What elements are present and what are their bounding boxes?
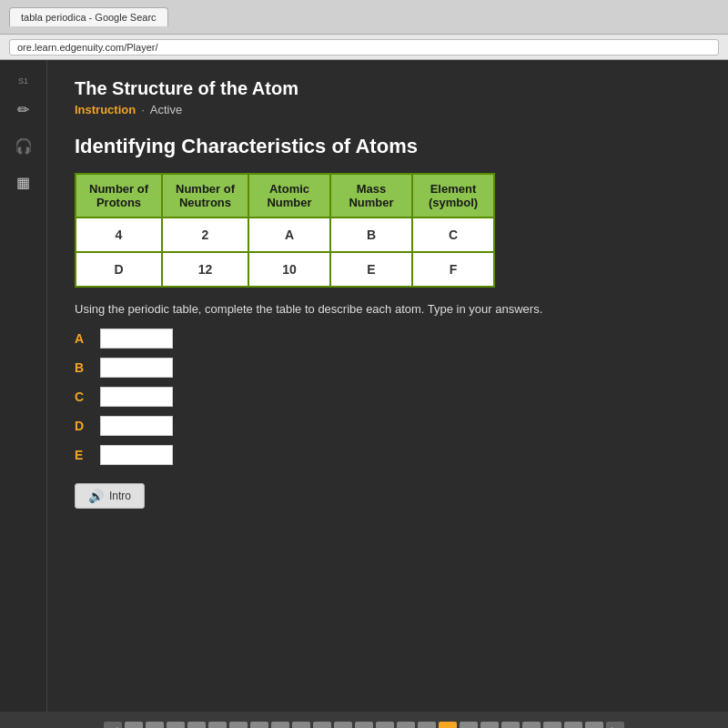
label-b: B — [75, 360, 93, 375]
col-header-element: Element(symbol) — [412, 174, 494, 217]
input-a[interactable] — [100, 329, 173, 349]
col-header-protons: Number ofProtons — [76, 174, 162, 217]
sidebar-label: S1 — [18, 76, 28, 86]
nav-box-9[interactable] — [292, 722, 310, 729]
sidebar: S1 ✏ 🎧 ▦ — [0, 60, 47, 712]
nav-boxes-row: ◀ ▶ — [104, 722, 624, 729]
nav-box-12[interactable] — [355, 722, 373, 729]
col-header-mass: MassNumber — [330, 174, 412, 217]
lesson-meta: Instruction · Active — [75, 103, 701, 116]
label-d: D — [75, 419, 93, 433]
input-e[interactable] — [100, 445, 173, 465]
nav-box-15[interactable] — [418, 722, 436, 729]
nav-box-1[interactable] — [125, 722, 143, 729]
nav-box-19[interactable] — [501, 722, 520, 729]
nav-box-20[interactable] — [522, 722, 541, 729]
cell-atomic-1: A — [248, 217, 330, 252]
grid-icon[interactable]: ▦ — [11, 169, 36, 195]
headphone-icon[interactable]: 🎧 — [11, 133, 36, 158]
meta-dot: · — [141, 103, 145, 116]
col-header-atomic: AtomicNumber — [248, 174, 330, 217]
cell-mass-1: B — [330, 217, 412, 252]
lesson-title: The Structure of the Atom — [75, 78, 701, 99]
nav-box-22[interactable] — [564, 722, 582, 729]
nav-box-21[interactable] — [543, 722, 561, 729]
url-bar-row: ore.learn.edgenuity.com/Player/ — [0, 35, 728, 60]
nav-box-2[interactable] — [146, 722, 164, 729]
answer-row-a: A — [75, 329, 701, 349]
nav-box-10[interactable] — [313, 722, 331, 729]
input-c[interactable] — [100, 387, 173, 407]
table-row: 4 2 A B C — [76, 217, 494, 252]
main-layout: S1 ✏ 🎧 ▦ The Structure of the Atom Instr… — [0, 60, 728, 712]
atom-table: Number ofProtons Number ofNeutrons Atomi… — [75, 173, 495, 288]
answer-row-d: D — [75, 416, 701, 436]
browser-chrome: tabla periodica - Google Searc — [0, 0, 728, 35]
label-a: A — [75, 331, 93, 346]
answer-row-c: C — [75, 387, 701, 407]
nav-box-4[interactable] — [187, 722, 206, 729]
nav-box-7[interactable] — [250, 722, 268, 729]
col-header-neutrons: Number ofNeutrons — [162, 174, 248, 217]
active-label: Active — [150, 103, 182, 116]
instruction-label: Instruction — [75, 103, 136, 116]
nav-box-16[interactable] — [439, 722, 457, 729]
cell-neutrons-1: 2 — [162, 217, 248, 252]
nav-box-6[interactable] — [229, 722, 248, 729]
instructions-text: Using the periodic table, complete the t… — [75, 302, 701, 316]
intro-button[interactable]: 🔊 Intro — [75, 483, 145, 509]
label-e: E — [75, 448, 93, 462]
next-button[interactable]: ▶ — [606, 722, 624, 729]
answer-row-b: B — [75, 358, 701, 378]
bottom-navigation: ◀ ▶ 16 of 23 — [0, 712, 728, 728]
nav-box-8[interactable] — [271, 722, 289, 729]
section-title: Identifying Characteristics of Atoms — [75, 135, 701, 158]
content-area: The Structure of the Atom Instruction · … — [47, 60, 728, 712]
cell-element-2: F — [412, 252, 494, 287]
cell-element-1: C — [412, 217, 494, 252]
answer-row-e: E — [75, 445, 701, 465]
pencil-icon[interactable]: ✏ — [11, 96, 36, 122]
browser-tab[interactable]: tabla periodica - Google Searc — [9, 7, 168, 26]
prev-button[interactable]: ◀ — [104, 722, 122, 729]
nav-box-13[interactable] — [376, 722, 394, 729]
cell-neutrons-2: 12 — [162, 252, 248, 287]
cell-mass-2: E — [330, 252, 412, 287]
input-b[interactable] — [100, 358, 173, 378]
table-row: D 12 10 E F — [76, 252, 494, 287]
intro-label: Intro — [109, 490, 131, 502]
address-bar[interactable]: ore.learn.edgenuity.com/Player/ — [9, 39, 719, 56]
nav-box-23[interactable] — [585, 722, 603, 729]
label-c: C — [75, 389, 93, 404]
nav-box-11[interactable] — [334, 722, 352, 729]
nav-box-14[interactable] — [397, 722, 415, 729]
nav-box-3[interactable] — [167, 722, 185, 729]
nav-box-5[interactable] — [208, 722, 227, 729]
nav-box-17[interactable] — [460, 722, 478, 729]
cell-atomic-2: 10 — [248, 252, 330, 287]
nav-box-18[interactable] — [480, 722, 499, 729]
input-d[interactable] — [100, 416, 173, 436]
cell-protons-2: D — [76, 252, 162, 287]
speaker-icon: 🔊 — [88, 489, 104, 503]
cell-protons-1: 4 — [76, 217, 162, 252]
